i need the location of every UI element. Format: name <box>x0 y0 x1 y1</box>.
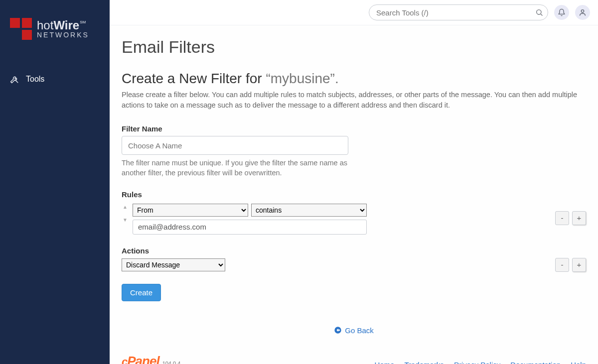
filter-name-label: Filter Name <box>122 124 586 133</box>
go-back-link[interactable]: Go Back <box>334 326 374 335</box>
svg-point-2 <box>581 10 584 12</box>
rule-row-buttons: - + <box>555 211 586 225</box>
cpanel-logo: cPanel <box>122 354 159 364</box>
go-back-wrap: Go Back <box>122 326 586 336</box>
subhead-prefix: Create a New Filter for <box>122 71 266 86</box>
actions-label: Actions <box>122 246 586 255</box>
footer-links: Home Trademarks Privacy Policy Documenta… <box>374 361 586 364</box>
cpanel-version: 104.0.4 <box>162 361 181 364</box>
action-type-select[interactable]: Discard Message <box>122 258 225 271</box>
search-wrapper <box>369 4 548 20</box>
footer-link-home[interactable]: Home <box>374 361 394 364</box>
rule-operator-select[interactable]: contains <box>251 204 367 217</box>
sidebar-item-tools[interactable]: Tools <box>0 70 110 89</box>
sidebar-nav: Tools <box>0 52 110 89</box>
create-button[interactable]: Create <box>122 284 161 301</box>
rules-label: Rules <box>122 190 586 199</box>
action-row-buttons: - + <box>555 258 586 272</box>
search-input[interactable] <box>369 4 548 20</box>
action-remove-button[interactable]: - <box>555 258 569 272</box>
rule-remove-button[interactable]: - <box>555 211 569 225</box>
rules-block: Rules ▲ ▼ From <box>122 190 586 235</box>
footer: cPanel 104.0.4 Home Trademarks Privacy P… <box>110 354 598 364</box>
bell-icon <box>558 8 566 16</box>
arrow-left-circle-icon <box>334 326 342 334</box>
search-icon[interactable] <box>535 8 543 16</box>
content: Email Filters Create a New Filter for “m… <box>110 25 598 364</box>
sidebar-item-label: Tools <box>26 75 44 84</box>
brand-logo-mark <box>10 18 32 40</box>
brand-sm: SM <box>80 20 86 24</box>
filter-name-input[interactable] <box>122 136 348 155</box>
footer-link-privacy[interactable]: Privacy Policy <box>454 361 500 364</box>
footer-link-trademarksidebar[interactable]: Trademarks <box>404 361 444 364</box>
rule-value-input[interactable] <box>133 220 367 235</box>
sort-up-icon[interactable]: ▲ <box>123 205 128 210</box>
sort-down-icon[interactable]: ▼ <box>123 218 128 223</box>
sidebar: hotWireSM NETWORKS Tools <box>0 0 110 364</box>
account-button[interactable] <box>575 5 590 20</box>
user-icon <box>579 8 587 16</box>
filter-name-hint: The filter name must be unique. If you g… <box>122 158 348 178</box>
notifications-button[interactable] <box>554 5 569 20</box>
subhead-account: “mybusine”. <box>266 71 338 86</box>
filter-name-block: Filter Name The filter name must be uniq… <box>122 124 586 178</box>
page-title: Email Filters <box>122 37 586 57</box>
topbar <box>110 0 598 25</box>
tools-icon <box>10 75 19 84</box>
brand-word1: hot <box>37 18 53 32</box>
action-add-button[interactable]: + <box>572 258 586 272</box>
brand-word2: Wire <box>53 18 79 32</box>
actions-block: Actions Discard Message - + <box>122 246 586 272</box>
svg-point-0 <box>537 10 541 14</box>
go-back-label: Go Back <box>345 326 374 335</box>
svg-line-1 <box>541 14 542 15</box>
rule-field-select[interactable]: From <box>133 204 248 217</box>
brand-logo-text: hotWireSM NETWORKS <box>37 19 89 39</box>
footer-link-documentation[interactable]: Documentation <box>510 361 561 364</box>
subhead: Create a New Filter for “mybusine”. <box>122 71 586 87</box>
rule-add-button[interactable]: + <box>572 211 586 225</box>
brand-logo: hotWireSM NETWORKS <box>0 0 110 52</box>
rule-sort-handles: ▲ ▼ <box>122 205 129 223</box>
main: Email Filters Create a New Filter for “m… <box>110 0 598 364</box>
page-description: Please create a filter below. You can ad… <box>122 90 586 111</box>
footer-link-help[interactable]: Help <box>571 361 586 364</box>
brand-sub: NETWORKS <box>37 31 89 39</box>
